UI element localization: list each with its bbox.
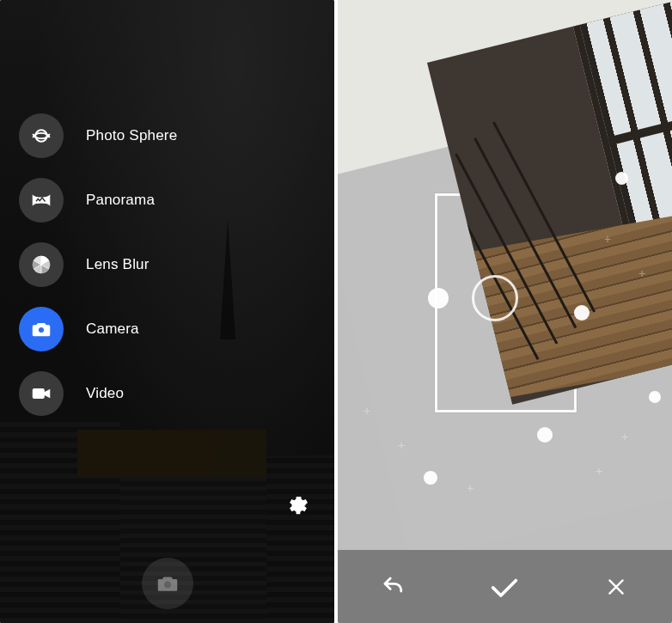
mode-item-panorama[interactable]: Panorama	[19, 168, 177, 232]
shutter-button-disabled	[142, 558, 193, 609]
mode-menu: Photo Sphere Panorama Lens Blur Camera V	[19, 103, 177, 425]
undo-button[interactable]	[351, 550, 437, 623]
gear-icon	[286, 492, 310, 516]
svg-rect-2	[33, 388, 44, 398]
camera-icon	[19, 307, 64, 351]
mode-label: Lens Blur	[86, 256, 150, 273]
undo-icon	[381, 574, 406, 600]
capture-target-dot	[649, 391, 661, 403]
capture-target-dot	[615, 172, 628, 185]
capture-target-dot	[574, 305, 590, 321]
camera-mode-screen: Photo Sphere Panorama Lens Blur Camera V	[0, 0, 334, 623]
photo-sphere-icon	[19, 113, 64, 158]
lens-blur-icon	[19, 242, 64, 287]
mode-label: Video	[86, 385, 124, 402]
mode-item-video[interactable]: Video	[19, 361, 177, 425]
svg-point-0	[35, 130, 46, 141]
sphere-capture-screen: + + + + + + +	[338, 0, 672, 623]
close-icon	[605, 576, 627, 598]
capture-action-bar	[338, 550, 672, 623]
capture-target-dot	[424, 471, 437, 485]
camera-icon	[155, 571, 180, 596]
mode-item-lens-blur[interactable]: Lens Blur	[19, 232, 177, 296]
svg-point-1	[38, 327, 44, 333]
mode-label: Camera	[86, 321, 139, 338]
settings-button[interactable]	[283, 489, 314, 520]
cancel-button[interactable]	[573, 550, 659, 623]
ceiling-light	[406, 0, 438, 1]
panorama-icon	[19, 178, 64, 223]
target-ring	[472, 275, 518, 321]
capture-target-dot	[428, 288, 449, 308]
check-icon	[487, 570, 522, 604]
mode-item-photo-sphere[interactable]: Photo Sphere	[19, 103, 177, 168]
mode-item-camera[interactable]: Camera	[19, 296, 177, 361]
video-icon	[19, 371, 64, 416]
window	[573, 0, 672, 243]
mode-label: Photo Sphere	[86, 127, 177, 144]
mode-label: Panorama	[86, 192, 155, 209]
confirm-button[interactable]	[461, 550, 547, 623]
capture-target-dot	[537, 427, 553, 443]
capture-canvas[interactable]: + + + + + + +	[338, 0, 672, 550]
svg-point-3	[163, 581, 170, 588]
